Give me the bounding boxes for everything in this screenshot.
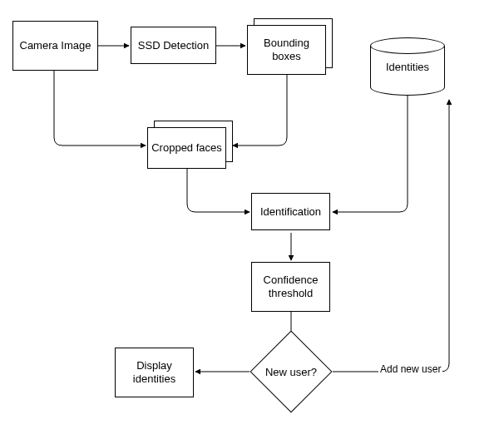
flowchart-canvas: Camera Image SSD Detection Bounding boxe… (0, 0, 504, 434)
node-bounding-boxes: Bounding boxes (247, 25, 326, 75)
node-label: Confidence threshold (255, 274, 326, 299)
edge-label-add-new-user: Add new user (378, 363, 442, 375)
node-identities-db: Identities (370, 37, 445, 87)
node-label: New user? (265, 366, 317, 378)
cylinder-bottom (370, 79, 445, 96)
node-label: Cropped faces (151, 141, 222, 155)
node-label: Identification (260, 205, 321, 219)
node-label: Identities (370, 61, 445, 73)
node-identification: Identification (251, 193, 330, 230)
node-display-identities: Display identities (115, 348, 194, 397)
node-label: Display identities (119, 359, 190, 385)
node-ssd-detection: SSD Detection (131, 27, 216, 64)
node-confidence-threshold: Confidence threshold (251, 262, 330, 312)
node-new-user-decision: New user? (250, 343, 333, 401)
node-camera-image: Camera Image (12, 21, 98, 71)
node-cropped-faces: Cropped faces (147, 127, 226, 169)
node-label: SSD Detection (138, 39, 209, 52)
cylinder-top (370, 37, 445, 54)
node-label: Camera Image (20, 39, 91, 52)
node-label: Bounding boxes (251, 37, 322, 62)
